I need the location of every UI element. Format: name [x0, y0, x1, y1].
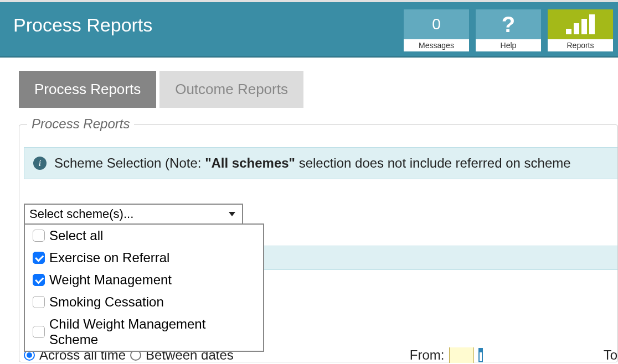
- scheme-option-label: Select all: [49, 228, 103, 243]
- info-banner: i Scheme Selection (Note: "All schemes" …: [24, 147, 617, 179]
- page-header: Process Reports 0 Messages ? Help: [0, 2, 618, 58]
- page-title: Process Reports: [13, 2, 152, 36]
- chevron-down-icon: [229, 212, 235, 216]
- checkbox-unchecked-icon: [33, 296, 45, 308]
- fieldset-legend: Process Reports: [27, 116, 134, 132]
- messages-count: 0: [432, 15, 441, 33]
- scheme-combobox[interactable]: Select scheme(s)...: [24, 204, 243, 225]
- checkbox-checked-icon: [33, 274, 45, 286]
- help-icon-box: ?: [476, 9, 541, 39]
- scheme-select-area: Select scheme(s)... Select all Exercise …: [24, 204, 617, 225]
- process-reports-fieldset: Process Reports i Scheme Selection (Note…: [19, 124, 618, 362]
- scheme-option-smoking-cessation[interactable]: Smoking Cessation: [25, 291, 263, 313]
- messages-label: Messages: [404, 39, 469, 51]
- checkbox-checked-icon: [33, 252, 45, 264]
- from-label: From:: [410, 347, 445, 363]
- tab-process-reports[interactable]: Process Reports: [19, 71, 156, 108]
- help-label: Help: [476, 39, 541, 51]
- calendar-icon[interactable]: [478, 348, 482, 362]
- content-area: Process Reports Outcome Reports Process …: [0, 58, 618, 364]
- scheme-option-label: Weight Management: [49, 272, 172, 288]
- messages-count-box: 0: [404, 9, 469, 39]
- scheme-option-label: Smoking Cessation: [49, 294, 164, 310]
- help-button[interactable]: ? Help: [475, 9, 542, 52]
- tabs: Process Reports Outcome Reports: [19, 71, 618, 108]
- question-mark-icon: ?: [502, 13, 515, 35]
- checkbox-unchecked-icon: [33, 326, 45, 338]
- scheme-dropdown: Select all Exercise on Referral Weight M…: [24, 223, 264, 352]
- info-prefix: Scheme Selection (Note:: [54, 155, 205, 170]
- to-label: To: [604, 347, 617, 363]
- scheme-option-exercise-on-referral[interactable]: Exercise on Referral: [25, 247, 263, 269]
- bar-chart-icon: [566, 14, 595, 34]
- info-icon: i: [33, 157, 47, 170]
- checkbox-unchecked-icon: [33, 230, 45, 242]
- header-buttons: 0 Messages ? Help Reports: [403, 9, 614, 52]
- scheme-option-label: Exercise on Referral: [49, 250, 169, 266]
- from-date-input[interactable]: [449, 347, 475, 363]
- scheme-option-child-weight-management[interactable]: Child Weight Management Scheme: [25, 313, 263, 351]
- reports-button[interactable]: Reports: [547, 9, 614, 52]
- info-text: Scheme Selection (Note: "All schemes" se…: [54, 155, 571, 171]
- scheme-option-select-all[interactable]: Select all: [25, 225, 263, 247]
- tab-outcome-reports[interactable]: Outcome Reports: [159, 71, 303, 108]
- messages-button[interactable]: 0 Messages: [403, 9, 470, 52]
- reports-icon-box: [548, 9, 613, 39]
- scheme-option-weight-management[interactable]: Weight Management: [25, 269, 263, 291]
- scheme-option-label: Child Weight Management Scheme: [49, 316, 255, 347]
- info-suffix: selection does not include referred on s…: [295, 155, 571, 170]
- reports-label: Reports: [548, 39, 613, 51]
- info-bold: "All schemes": [205, 155, 295, 170]
- scheme-combobox-placeholder: Select scheme(s)...: [29, 207, 133, 221]
